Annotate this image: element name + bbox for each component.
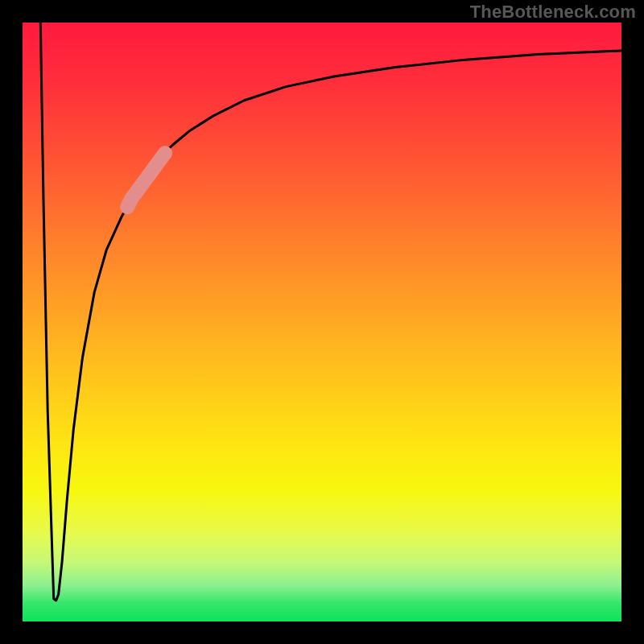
series-highlight-main [134,153,165,196]
plot-area [23,23,621,621]
series-curve [40,23,621,601]
watermark-text: TheBottleneck.com [470,2,636,23]
curve-svg [23,23,621,621]
series-highlight-dot [127,197,132,207]
chart-stage: TheBottleneck.com [0,0,644,644]
